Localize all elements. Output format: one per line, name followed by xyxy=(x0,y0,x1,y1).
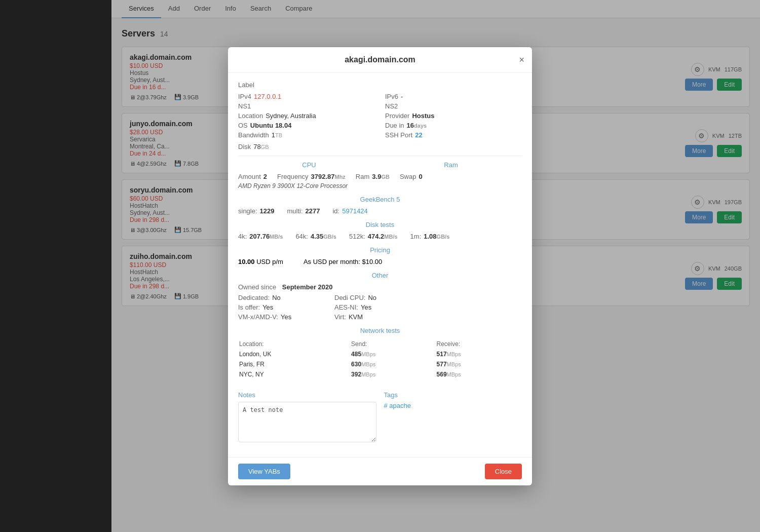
owned-since-row: Owned since September 2020 xyxy=(238,283,522,291)
multi-label: multi: xyxy=(287,207,303,215)
disk-4k-label: 4k: xyxy=(238,233,247,240)
network-location-0: London, UK xyxy=(239,350,350,359)
bandwidth-value: 1TB xyxy=(272,131,282,139)
info-grid: IPv4 127.0.0.1 IPv6 - NS1 NS2 Location xyxy=(238,93,522,139)
network-location-2: NYC, NY xyxy=(239,370,350,379)
disk-4k-pair: 4k: 207.76MB/s xyxy=(238,233,283,240)
id-label: id: xyxy=(332,207,339,215)
ssh-value: 22 xyxy=(415,131,422,139)
disk-4k-value: 207.76MB/s xyxy=(249,233,283,240)
dedi-cpu-value: No xyxy=(368,294,376,301)
network-receive-0: 517MBps xyxy=(437,350,521,359)
disk-value: 78GB xyxy=(253,143,269,150)
label-field-label: Label xyxy=(238,81,254,89)
disk-64k-label: 64k: xyxy=(295,233,308,240)
network-send-0: 485MBps xyxy=(351,350,435,359)
freq-label: Frequency xyxy=(277,173,308,180)
dedi-cpu-pair: Dedi CPU: No xyxy=(334,294,426,301)
label-row: Label xyxy=(238,81,522,89)
provider-label: Provider xyxy=(385,112,409,120)
disk-1m-label: 1m: xyxy=(410,233,422,240)
pricing-amount: 10.00 USD p/m xyxy=(238,258,283,265)
aes-ni-pair: AES-NI: Yes xyxy=(334,303,426,311)
ipv4-pair: IPv4 127.0.0.1 xyxy=(238,93,375,100)
ipv4-value: 127.0.0.1 xyxy=(254,93,281,100)
ram-pair: Ram 3.9GB xyxy=(356,173,390,180)
network-receive-1: 577MBps xyxy=(437,360,521,369)
ns2-pair: NS2 xyxy=(385,102,522,110)
network-send-header: Send: xyxy=(351,339,435,349)
tag-item: # apache xyxy=(384,402,522,409)
other-section-label: Other xyxy=(238,272,522,279)
cpu-ram-details: Amount 2 Frequency 3792.87Mhz Ram 3.9GB xyxy=(238,173,522,180)
provider-value: Hostus xyxy=(412,112,434,120)
network-row-0: London, UK 485MBps 517MBps xyxy=(239,350,521,359)
disk-64k-pair: 64k: 4.35GB/s xyxy=(295,233,336,240)
ram-value: 3.9GB xyxy=(372,173,390,180)
ns1-pair: NS1 xyxy=(238,102,375,110)
notes-tags-grid: Notes A test note Tags # apache xyxy=(238,385,522,444)
network-send-2: 392MBps xyxy=(351,370,435,379)
dedicated-value: No xyxy=(272,294,281,301)
disk-64k-value: 4.35GB/s xyxy=(311,233,336,240)
modal-body: Label IPv4 127.0.0.1 IPv6 - NS1 NS2 xyxy=(228,73,532,457)
ipv4-label: IPv4 xyxy=(238,93,251,100)
swap-value: 0 xyxy=(419,173,422,180)
modal-header: akagi.domain.com × xyxy=(228,47,532,73)
due-value: 16days xyxy=(407,122,427,129)
swap-label: Swap xyxy=(400,173,416,180)
modal-footer: View YABs Close xyxy=(228,457,532,485)
ipv6-value: - xyxy=(401,93,403,100)
dedi-cpu-label: Dedi CPU: xyxy=(334,294,365,301)
view-yabs-button[interactable]: View YABs xyxy=(238,464,290,479)
modal: akagi.domain.com × Label IPv4 127.0.0.1 … xyxy=(228,47,532,485)
network-row-1: Paris, FR 630MBps 577MBps xyxy=(239,360,521,369)
freq-value: 3792.87Mhz xyxy=(311,173,345,180)
ns1-label: NS1 xyxy=(238,102,251,110)
geekbench-section-label: GeekBench 5 xyxy=(238,196,522,203)
swap-pair: Swap 0 xyxy=(400,173,423,180)
notes-section: Notes A test note xyxy=(238,385,376,444)
provider-pair: Provider Hostus xyxy=(385,112,522,120)
single-pair: single: 1229 xyxy=(238,207,275,215)
disk-label: Disk xyxy=(238,143,251,150)
close-modal-button[interactable]: Close xyxy=(485,464,522,479)
disk-1m-value: 1.08GB/s xyxy=(424,233,449,240)
is-offer-label: Is offer: xyxy=(238,303,260,311)
disk-512k-label: 512k: xyxy=(349,233,365,240)
amount-value: 2 xyxy=(263,173,267,180)
bandwidth-pair: Bandwidth 1TB xyxy=(238,131,375,139)
other-grid: Dedicated: No Dedi CPU: No Is offer: Yes… xyxy=(238,294,522,321)
disk-512k-pair: 512k: 474.2MB/s xyxy=(349,233,398,240)
ram-section-label: Ram xyxy=(380,161,522,169)
virt-label: Virt: xyxy=(334,313,346,321)
vm-amd-pair: VM-x/AMD-V: Yes xyxy=(238,313,329,321)
aes-ni-value: Yes xyxy=(361,303,371,311)
vm-amd-label: VM-x/AMD-V: xyxy=(238,313,278,321)
network-location-header: Location: xyxy=(239,339,350,349)
disk-1m-pair: 1m: 1.08GB/s xyxy=(410,233,450,240)
ram-label: Ram xyxy=(356,173,369,180)
location-pair: Location Sydney, Australia xyxy=(238,112,375,120)
network-location-1: Paris, FR xyxy=(239,360,350,369)
owned-since-label: Owned since xyxy=(238,283,276,291)
os-label: OS xyxy=(238,122,248,129)
network-send-1: 630MBps xyxy=(351,360,435,369)
ssh-pair: SSH Port 22 xyxy=(385,131,522,139)
cpu-section-label: CPU xyxy=(238,161,380,169)
due-label: Due in xyxy=(385,122,404,129)
pricing-section-label: Pricing xyxy=(238,246,522,254)
multi-pair: multi: 2277 xyxy=(287,207,320,215)
geekbench-row: single: 1229 multi: 2277 id: 5971424 xyxy=(238,207,522,215)
multi-value: 2277 xyxy=(306,207,320,215)
notes-textarea[interactable]: A test note xyxy=(238,402,376,442)
pricing-row: 10.00 USD p/m As USD per month: $10.00 xyxy=(238,258,522,265)
pricing-as: As USD per month: $10.00 xyxy=(303,258,382,265)
location-label: Location xyxy=(238,112,263,120)
disk-tests-row: 4k: 207.76MB/s 64k: 4.35GB/s 512k: 474.2… xyxy=(238,233,522,240)
modal-close-button[interactable]: × xyxy=(519,54,524,65)
network-table: Location: Send: Receive: London, UK 485M… xyxy=(238,338,522,380)
virt-value: KVM xyxy=(349,313,363,321)
modal-overlay: akagi.domain.com × Label IPv4 127.0.0.1 … xyxy=(0,0,760,532)
amount-label: Amount xyxy=(238,173,261,180)
